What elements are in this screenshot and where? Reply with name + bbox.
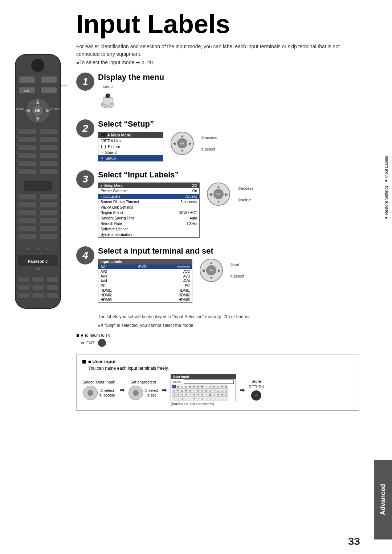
select-sub-2: ② access [99,393,115,397]
main-menu-header: VIErA Main Menu [98,132,163,138]
svg-rect-55 [46,293,58,298]
svg-rect-28 [24,181,52,190]
char-equal: = [188,397,192,401]
step-2-number: 2 [76,119,94,138]
step-4-nav-ok: OK [206,265,216,275]
user-input-title: ■ User input [82,359,353,364]
input-row-6-value: HDMI2 [179,293,190,297]
flow-arrow-1: ➡ [119,386,125,394]
char-8: 8 [192,393,196,397]
step-3-nav-arrow-left: ◀ [209,192,212,196]
input-row-5-label: HDMI1 [101,288,112,292]
return-button: ⏎ [251,390,261,401]
input-row-6-label: HDMI2 [101,293,112,297]
step-2-nav-labels: ②access ①select [201,132,217,155]
char-0: 0 [200,393,204,397]
svg-rect-38 [40,226,58,231]
setup-row-0: Picture Overscan On [98,188,199,194]
input-labels-menu-mockup: Input Labels AV1 •DVD ▬▬▬▬▬ AV2 AV2 AV3 [98,259,192,303]
viera-logo: VIEr [101,133,107,137]
setup-row-8: System Information [98,232,199,237]
char-lbracket: [ [196,397,200,401]
notes-line2: ●If "Skip" is selected, you cannot selec… [98,322,359,329]
char-amp: & [224,393,228,397]
setup-row-3: VIERA Link Settings [98,205,199,210]
svg-text:OK: OK [35,109,41,113]
user-input-panel: User input Name A B C D E F G H [171,374,236,401]
svg-point-1 [31,59,44,72]
char-N: N [224,385,228,389]
svg-rect-49 [46,277,58,282]
svg-rect-31 [18,202,36,208]
setup-menu-mockup: ≡ Setup Menu 2/2 Picture Overscan On Inp… [98,182,200,238]
user-input-name-row: Name [171,379,236,384]
setup-row-2-value: 3 seconds [180,200,197,204]
svg-rect-23 [40,153,58,158]
picture-icon [101,145,106,148]
input-labels-row-3: AV4 AV4 [98,279,192,283]
svg-rect-22 [18,153,36,158]
svg-rect-5 [41,87,57,94]
sound-icon: ♪ [101,151,103,154]
char-W: W [204,389,208,393]
char-J: J [208,385,212,389]
setup-row-2-label: Banner Display Timeout [101,200,139,204]
char-3: 3 [172,393,176,397]
setup-row-0-value: On [192,189,197,193]
svg-text:Panasonic: Panasonic [28,259,48,263]
step-1-content: Display the menu MENU [98,73,359,111]
setup-row-6-label: Refresh Rate [101,222,122,226]
flow-arrow-3: ➡ [240,386,245,394]
svg-rect-36 [40,218,58,223]
select-sub-1: ① select [99,389,115,393]
svg-rect-51 [32,285,44,290]
char-dollar: $ [216,393,220,397]
input-row-0-value: •DVD [138,265,147,269]
svg-rect-48 [32,277,44,282]
step-4-nav-arrow-down: ▼ [209,276,213,280]
step-3-inner: ≡ Setup Menu 2/2 Picture Overscan On Inp… [98,182,359,238]
step-4-nav-arrow-left: ◀ [202,268,205,272]
char-rbrace: } [208,397,212,401]
svg-rect-27 [40,169,58,174]
name-input-display [184,379,234,384]
flow-arrow-2: ➡ [162,386,167,394]
return-to-tv-section: ■ ■ To return to TV ➡ EXIT [76,332,359,347]
svg-rect-19 [40,137,58,142]
char-6: 6 [184,393,188,397]
menu-item-sound: ♪Sound [98,149,163,155]
svg-rect-33 [18,210,36,216]
setup-row-1-label: Input Labels [101,194,121,198]
input-labels-header: Input Labels [98,259,192,264]
input-row-7-label: HDMI3 [101,298,112,302]
step-4-nav-arrow-right: ▶ [218,268,221,272]
nav-arrow-left: ◀ [173,141,176,145]
input-row-2-label: AV3 [101,274,107,278]
step-3-title: Select “Input Labels” [98,170,359,180]
svg-rect-40 [40,234,58,239]
setup-row-5: Daylight Saving Time Auto [98,216,199,221]
set-sub-2: ② set [144,393,158,397]
char-K: K [212,385,216,389]
setup-row-1: Input Labels Access [98,194,199,199]
svg-rect-29 [18,194,36,200]
set-chars-area: Set characters ① select ② set [128,380,158,400]
step-4-select-label: ①select [230,274,244,279]
step-4-nav-labels: ②set ①select [230,259,244,282]
setup-row-6-value: 100Hz [187,222,197,226]
setup-row-4-value: NSW / ACT [179,211,197,215]
nav-arrow-down: ▼ [180,149,184,153]
svg-rect-21 [40,145,58,150]
setup-row-6: Refresh Rate 100Hz [98,221,199,226]
step-2-content: Select “Setup” VIErA Main Menu VIERA Lin… [98,119,359,161]
input-labels-row-7: HDMI3 HDMI3 [98,297,192,302]
char-X: X [208,389,212,393]
right-sidebar: ● Input Labels ● Restore Settings Advanc… [365,0,392,554]
step-3-content: Select “Input Labels” ≡ Setup Menu 2/2 P… [98,170,359,238]
svg-rect-3 [41,76,57,83]
svg-rect-34 [40,210,58,216]
return-tv-text: ■ To return to TV [81,333,110,337]
step-4-inner: Input Labels AV1 •DVD ▬▬▬▬▬ AV2 AV2 AV3 [98,259,359,303]
step-1-number: 1 [76,73,94,91]
steps-area: 1 Display the menu MENU [76,73,359,311]
